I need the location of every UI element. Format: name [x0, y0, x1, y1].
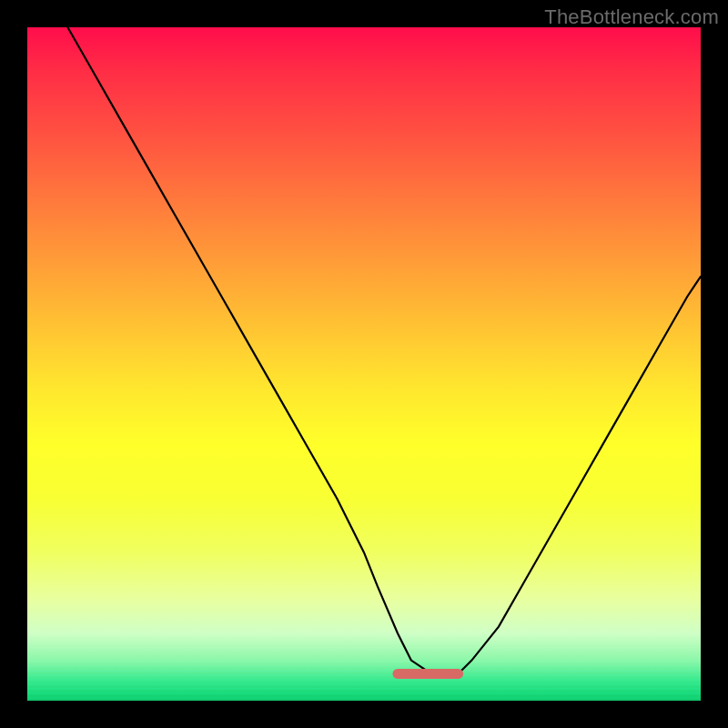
- plot-area: [27, 27, 701, 701]
- watermark-text: TheBottleneck.com: [544, 5, 719, 29]
- chart-frame: TheBottleneck.com: [0, 0, 728, 728]
- bottleneck-curve: [67, 27, 701, 673]
- curve-svg: [27, 27, 701, 701]
